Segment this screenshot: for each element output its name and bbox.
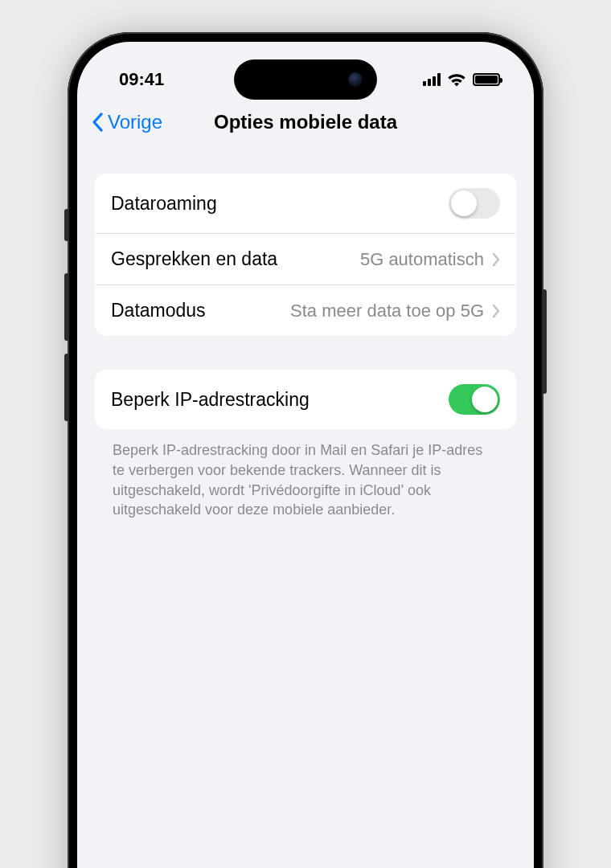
- data-mode-value: Sta meer data toe op 5G: [290, 301, 484, 321]
- limit-ip-row[interactable]: Beperk IP-adrestracking: [95, 370, 516, 429]
- footer-description: Beperk IP-adrestracking door in Mail en …: [95, 440, 516, 520]
- wifi-icon: [447, 72, 466, 87]
- data-mode-row[interactable]: Datamodus Sta meer data toe op 5G: [95, 285, 516, 336]
- limit-ip-label: Beperk IP-adrestracking: [111, 389, 449, 411]
- status-right: [423, 72, 500, 87]
- dynamic-island: [234, 59, 377, 100]
- cell-signal-icon: [423, 73, 441, 86]
- battery-icon: [473, 73, 500, 86]
- volume-up-button: [64, 273, 69, 341]
- dataroaming-row[interactable]: Dataroaming: [95, 174, 516, 233]
- nav-bar: Vorige Opties mobiele data: [77, 98, 534, 146]
- back-button[interactable]: Vorige: [92, 111, 162, 133]
- mute-switch: [64, 209, 69, 241]
- back-label: Vorige: [108, 111, 162, 133]
- chevron-left-icon: [92, 113, 105, 132]
- status-time: 09:41: [119, 69, 164, 90]
- voice-data-label: Gesprekken en data: [111, 248, 360, 270]
- voice-data-row[interactable]: Gesprekken en data 5G automatisch: [95, 233, 516, 285]
- voice-data-value: 5G automatisch: [360, 249, 484, 270]
- screen: 09:41 Vorige: [77, 42, 534, 868]
- page-title: Opties mobiele data: [214, 111, 397, 133]
- power-button: [542, 289, 547, 394]
- dataroaming-label: Dataroaming: [111, 193, 449, 215]
- settings-group-2: Beperk IP-adrestracking: [95, 370, 516, 429]
- chevron-right-icon: [492, 304, 500, 318]
- dataroaming-toggle[interactable]: [449, 188, 500, 219]
- limit-ip-toggle[interactable]: [449, 384, 500, 415]
- phone-frame: 09:41 Vorige: [68, 32, 543, 868]
- volume-down-button: [64, 354, 69, 421]
- data-mode-label: Datamodus: [111, 300, 290, 321]
- chevron-right-icon: [492, 252, 500, 267]
- settings-group-1: Dataroaming Gesprekken en data 5G automa…: [95, 174, 516, 336]
